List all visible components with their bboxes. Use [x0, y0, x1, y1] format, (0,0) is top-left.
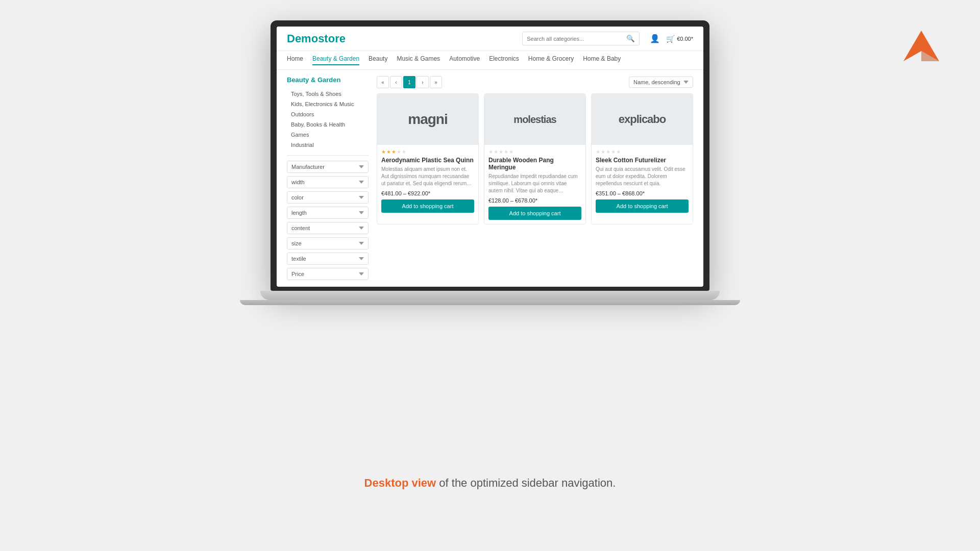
cart-info[interactable]: 🛒 €0.00*	[666, 35, 693, 43]
pagination-first[interactable]: «	[377, 76, 389, 88]
account-icon[interactable]: 👤	[650, 34, 660, 43]
sidebar-item-kids[interactable]: Kids, Electronics & Music	[287, 99, 369, 109]
product-image-3: explicabo	[592, 94, 693, 145]
store-header: Demostore 🔍 👤 🛒 €0.00*	[277, 27, 703, 51]
star-3-2: ★	[601, 149, 605, 155]
star-2-1: ★	[488, 149, 493, 155]
star-2-4: ★	[504, 149, 508, 155]
filter-width[interactable]: width	[287, 176, 369, 188]
nav-beauty[interactable]: Beauty	[369, 55, 387, 65]
product-image-2: molestias	[484, 94, 585, 145]
product-card-2: molestias ★ ★ ★ ★ ★ Durable Wo	[484, 93, 586, 224]
add-to-cart-btn-2[interactable]: Add to shopping cart	[488, 207, 581, 220]
caption-highlight: Desktop view	[364, 477, 436, 489]
product-name-1: Aerodynamic Plastic Sea Quinn	[381, 157, 474, 164]
star-3-5: ★	[616, 149, 621, 155]
nav-automotive[interactable]: Automotive	[449, 55, 480, 65]
header-icons: 👤 🛒 €0.00*	[650, 34, 693, 43]
laptop-screen: Demostore 🔍 👤 🛒 €0.00* Home Beauty	[277, 27, 703, 287]
filter-price[interactable]: Price	[287, 268, 369, 280]
product-price-3: €351.00 – €868.00*	[596, 190, 689, 196]
star-1-5: ★	[402, 149, 406, 155]
brand-logo-icon	[903, 31, 939, 61]
star-1-3: ★	[391, 149, 396, 155]
add-to-cart-btn-1[interactable]: Add to shopping cart	[381, 199, 474, 213]
logo-text-accent: store	[318, 32, 346, 45]
sidebar-item-industrial[interactable]: Industrial	[287, 140, 369, 150]
product-stars-3: ★ ★ ★ ★ ★	[596, 149, 689, 155]
nav-home-baby[interactable]: Home & Baby	[583, 55, 621, 65]
laptop-frame: Demostore 🔍 👤 🛒 €0.00* Home Beauty	[271, 20, 709, 305]
product-name-2: Durable Wooden Pang Meringue	[488, 157, 581, 171]
filter-color[interactable]: color	[287, 191, 369, 204]
star-1-2: ★	[386, 149, 391, 155]
pagination-next[interactable]: ›	[416, 76, 429, 88]
product-info-1: ★ ★ ★ ★ ★ Aerodynamic Plastic Sea Quinn …	[377, 145, 478, 217]
products-grid: magni ★ ★ ★ ★ ★ Aerodynamic Pl	[377, 93, 693, 224]
filter-manufacturer[interactable]: Manufacturer	[287, 161, 369, 173]
search-button[interactable]: 🔍	[622, 32, 639, 45]
sidebar-item-toys[interactable]: Toys, Tools & Shoes	[287, 89, 369, 99]
pagination-page-1[interactable]: 1	[403, 76, 415, 88]
filter-textile[interactable]: textile	[287, 253, 369, 265]
store-content: Beauty & Garden Toys, Tools & Shoes Kids…	[277, 70, 703, 285]
sort-select[interactable]: Name, descending Name, ascending Price, …	[629, 77, 693, 88]
sidebar-title: Beauty & Garden	[287, 76, 369, 84]
filter-size[interactable]: size	[287, 237, 369, 249]
filter-length[interactable]: length	[287, 207, 369, 219]
product-stars-2: ★ ★ ★ ★ ★	[488, 149, 581, 155]
product-card-3: explicabo ★ ★ ★ ★ ★ Sleek Cott	[591, 93, 693, 224]
star-1-1: ★	[381, 149, 386, 155]
search-input[interactable]	[523, 33, 622, 44]
product-info-2: ★ ★ ★ ★ ★ Durable Wooden Pang Meringue R…	[484, 145, 585, 224]
pagination-last[interactable]: »	[430, 76, 442, 88]
cart-amount: €0.00*	[677, 36, 693, 42]
star-2-2: ★	[494, 149, 498, 155]
product-image-text-1: magni	[408, 111, 447, 128]
cart-icon: 🛒	[666, 35, 675, 43]
product-card-1: magni ★ ★ ★ ★ ★ Aerodynamic Pl	[377, 93, 479, 224]
products-area: « ‹ 1 › » Name, descending Name, ascendi…	[377, 76, 693, 279]
pagination-prev[interactable]: ‹	[390, 76, 402, 88]
laptop-bottom	[240, 300, 740, 305]
star-3-1: ★	[596, 149, 600, 155]
product-name-3: Sleek Cotton Futurelizer	[596, 157, 689, 164]
product-stars-1: ★ ★ ★ ★ ★	[381, 149, 474, 155]
sidebar: Beauty & Garden Toys, Tools & Shoes Kids…	[287, 76, 369, 279]
laptop-base	[260, 291, 720, 300]
star-2-5: ★	[509, 149, 513, 155]
nav-electronics[interactable]: Electronics	[489, 55, 519, 65]
product-desc-2: Repudiandae impedit repudiandae cum simi…	[488, 173, 581, 194]
product-image-text-3: explicabo	[619, 113, 666, 126]
sidebar-item-games[interactable]: Games	[287, 130, 369, 140]
search-bar[interactable]: 🔍	[522, 32, 640, 45]
logo-text-plain: Demo	[287, 32, 318, 45]
laptop-screen-outer: Demostore 🔍 👤 🛒 €0.00* Home Beauty	[271, 20, 709, 291]
product-image-text-2: molestias	[513, 114, 556, 126]
nav-beauty-garden[interactable]: Beauty & Garden	[312, 55, 359, 65]
product-info-3: ★ ★ ★ ★ ★ Sleek Cotton Futurelizer Qui a…	[592, 145, 693, 217]
product-image-1: magni	[377, 94, 478, 145]
add-to-cart-btn-3[interactable]: Add to shopping cart	[596, 199, 689, 213]
nav-music-games[interactable]: Music & Games	[397, 55, 440, 65]
sidebar-item-baby[interactable]: Baby, Books & Health	[287, 119, 369, 130]
star-3-3: ★	[606, 149, 610, 155]
products-toolbar: « ‹ 1 › » Name, descending Name, ascendi…	[377, 76, 693, 88]
star-3-4: ★	[611, 149, 616, 155]
star-1-4: ★	[397, 149, 401, 155]
sidebar-divider	[287, 155, 369, 156]
filter-content[interactable]: content	[287, 222, 369, 234]
product-price-2: €128.00 – €678.00*	[488, 197, 581, 204]
star-2-3: ★	[499, 149, 503, 155]
product-desc-3: Qui aut quia accusamus velit. Odit esse …	[596, 166, 689, 187]
product-price-1: €481.00 – €922.00*	[381, 190, 474, 196]
bottom-caption: Desktop view of the optimized sidebar na…	[364, 477, 616, 490]
nav-home[interactable]: Home	[287, 55, 303, 65]
nav-home-grocery[interactable]: Home & Grocery	[528, 55, 574, 65]
product-desc-1: Molestias aliquam amet ipsum non et. Aut…	[381, 166, 474, 187]
pagination: « ‹ 1 › »	[377, 76, 442, 88]
caption-rest: of the optimized sidebar navigation.	[436, 477, 616, 489]
store-logo: Demostore	[287, 32, 346, 45]
sidebar-item-outdoors[interactable]: Outdoors	[287, 109, 369, 119]
main-nav: Home Beauty & Garden Beauty Music & Game…	[277, 51, 703, 70]
